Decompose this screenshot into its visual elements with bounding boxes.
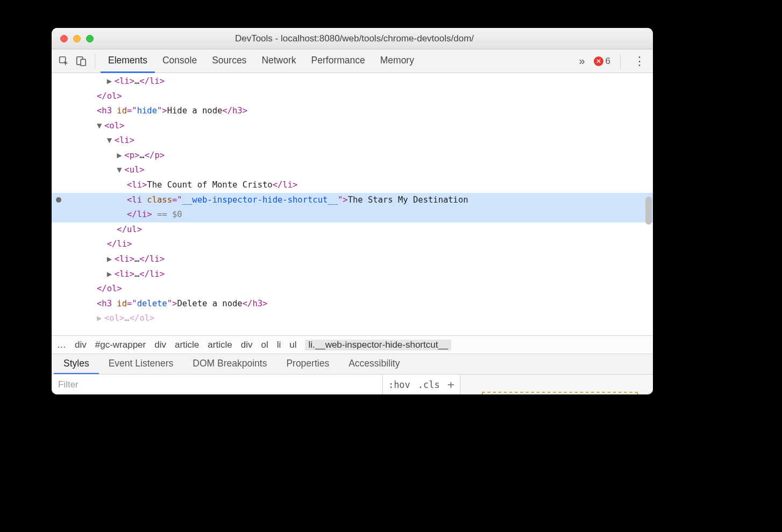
- separator: [620, 54, 621, 69]
- crumb[interactable]: ul: [289, 340, 296, 350]
- crumb-ellipsis[interactable]: …: [57, 340, 66, 350]
- new-rule-button[interactable]: +: [447, 378, 454, 391]
- crumb[interactable]: div: [75, 340, 87, 350]
- subtab-dom-breakpoints[interactable]: DOM Breakpoints: [183, 354, 276, 375]
- tree-row[interactable]: ▶<li>…</li>: [52, 252, 653, 267]
- error-icon: ✕: [594, 56, 603, 66]
- tree-row[interactable]: ▼<li>: [52, 133, 653, 148]
- dom-tree[interactable]: ▶<li>…</li> </ol> <h3 id="hide">Hide a n…: [52, 73, 653, 335]
- tab-performance[interactable]: Performance: [304, 49, 373, 73]
- more-tabs-icon[interactable]: »: [575, 55, 588, 67]
- tree-row[interactable]: </ul>: [52, 222, 653, 238]
- svg-rect-2: [81, 59, 86, 66]
- tree-row[interactable]: <h3 id="hide">Hide a node</h3>: [52, 104, 653, 119]
- titlebar: DevTools - localhost:8080/web/tools/chro…: [52, 28, 653, 49]
- tree-row[interactable]: </ol>: [52, 282, 653, 297]
- margin-box-icon: [482, 392, 638, 394]
- crumb-selected[interactable]: li.__web-inspector-hide-shortcut__: [305, 340, 451, 350]
- subtab-accessibility[interactable]: Accessibility: [339, 354, 409, 375]
- main-toolbar: Elements Console Sources Network Perform…: [52, 49, 653, 73]
- scrollbar-thumb[interactable]: [645, 197, 652, 225]
- tree-row-selected[interactable]: </li> == $0: [52, 207, 653, 222]
- crumb[interactable]: article: [208, 340, 232, 350]
- devtools-window: DevTools - localhost:8080/web/tools/chro…: [52, 28, 653, 394]
- breadcrumb: … div #gc-wrapper div article article di…: [52, 335, 653, 354]
- tab-memory[interactable]: Memory: [373, 49, 422, 73]
- crumb[interactable]: ol: [261, 340, 268, 350]
- tab-elements[interactable]: Elements: [101, 49, 155, 73]
- crumb[interactable]: div: [154, 340, 166, 350]
- subtab-event-listeners[interactable]: Event Listeners: [99, 354, 183, 375]
- filter-input[interactable]: [52, 375, 382, 394]
- subtab-styles[interactable]: Styles: [54, 354, 99, 375]
- tree-row[interactable]: ▶<li>…</li>: [52, 267, 653, 282]
- styles-panel-tabs: Styles Event Listeners DOM Breakpoints P…: [52, 354, 653, 374]
- tree-row[interactable]: </ol>: [52, 89, 653, 104]
- cls-toggle[interactable]: .cls: [418, 379, 440, 390]
- tree-row[interactable]: ▶<p>…</p>: [52, 148, 653, 163]
- device-toggle-icon[interactable]: [73, 53, 89, 69]
- hidden-node-dot-icon: [56, 197, 61, 203]
- crumb[interactable]: li: [277, 340, 281, 350]
- tree-row[interactable]: <h3 id="delete">Delete a node</h3>: [52, 297, 653, 312]
- crumb[interactable]: div: [241, 340, 253, 350]
- window-title: DevTools - localhost:8080/web/tools/chro…: [94, 33, 615, 44]
- tab-console[interactable]: Console: [155, 49, 204, 73]
- tree-row[interactable]: ▼<ol>: [52, 119, 653, 134]
- error-count: 6: [606, 56, 610, 67]
- tree-row[interactable]: <li>The Count of Monte Cristo</li>: [52, 178, 653, 193]
- styles-filter-bar: :hov .cls +: [52, 374, 653, 394]
- box-model-pane: [460, 375, 653, 394]
- close-icon[interactable]: [60, 35, 68, 42]
- tab-network[interactable]: Network: [254, 49, 303, 73]
- subtab-properties[interactable]: Properties: [276, 354, 339, 375]
- tree-row[interactable]: ▶<ol>…</ol>: [52, 311, 653, 326]
- crumb[interactable]: article: [175, 340, 199, 350]
- error-counter[interactable]: ✕ 6: [594, 56, 610, 67]
- tree-row[interactable]: </li>: [52, 237, 653, 252]
- tree-row[interactable]: ▶<li>…</li>: [52, 74, 653, 89]
- tab-sources[interactable]: Sources: [204, 49, 254, 73]
- crumb[interactable]: #gc-wrapper: [95, 340, 146, 350]
- separator: [95, 54, 95, 69]
- settings-menu-icon[interactable]: ⋮: [630, 54, 649, 68]
- zoom-icon[interactable]: [86, 35, 94, 42]
- inspect-element-icon[interactable]: [56, 53, 72, 69]
- panel-tabs: Elements Console Sources Network Perform…: [101, 49, 422, 73]
- tree-row[interactable]: ▼<ul>: [52, 163, 653, 178]
- traffic-lights: [52, 35, 94, 42]
- minimize-icon[interactable]: [73, 35, 81, 42]
- hov-toggle[interactable]: :hov: [388, 379, 410, 390]
- tree-row-selected[interactable]: <li class="__web-inspector-hide-shortcut…: [52, 193, 653, 208]
